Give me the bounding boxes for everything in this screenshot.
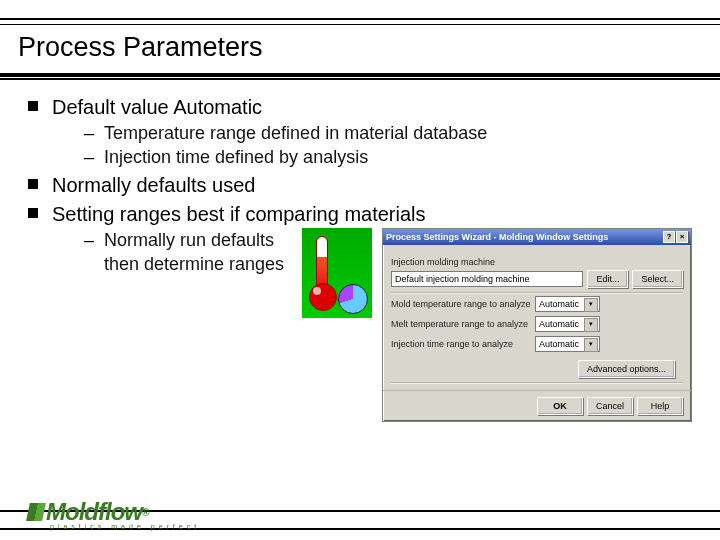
dialog-title-text: Process Settings Wizard - Molding Window… [386, 231, 608, 243]
sub-bullet-row: Normally run defaults then determine ran… [52, 228, 692, 422]
divider [391, 292, 683, 294]
sub-bullet-item: Injection time defined by analysis [52, 145, 692, 169]
thermometer-tube-icon [316, 236, 328, 290]
registered-mark: ® [142, 507, 148, 518]
thermometer-bulb-icon [309, 283, 337, 311]
dialog-button-row: OK Cancel Help [383, 390, 691, 421]
ok-button[interactable]: OK [537, 397, 583, 415]
mold-temp-combo[interactable]: Automatic [535, 296, 600, 312]
sub-bullet-text: Normally run defaults then determine ran… [104, 228, 292, 277]
logo-text: Moldflow [46, 498, 142, 526]
cancel-button[interactable]: Cancel [587, 397, 633, 415]
advanced-options-button[interactable]: Advanced options... [578, 360, 675, 378]
dialog-body: Injection molding machine Default inject… [383, 245, 691, 390]
melt-temp-combo[interactable]: Automatic [535, 316, 600, 332]
machine-label: Injection molding machine [391, 256, 683, 268]
select-button[interactable]: Select... [632, 270, 683, 288]
process-settings-dialog: Process Settings Wizard - Molding Window… [382, 228, 692, 422]
thermometer-gleam-icon [313, 287, 321, 295]
logo-mark-icon [26, 503, 46, 521]
dialog-close-button[interactable]: × [676, 231, 688, 243]
slide-title: Process Parameters [18, 32, 706, 63]
pie-chart-icon [338, 284, 368, 314]
row-label: Injection time range to analyze [391, 338, 531, 350]
sub-bullet-item: Temperature range defined in material da… [52, 121, 692, 145]
row-label: Mold temperature range to analyze [391, 298, 531, 310]
divider [391, 382, 683, 384]
content-area: Default value Automatic Temperature rang… [0, 80, 720, 422]
bullet-item: Normally defaults used [28, 172, 692, 199]
thermometer-graphic [302, 228, 372, 318]
row-label: Melt temperature range to analyze [391, 318, 531, 330]
edit-button[interactable]: Edit... [587, 270, 628, 288]
footer: Moldflow ® plastics made perfect [0, 480, 720, 530]
machine-field[interactable]: Default injection molding machine [391, 271, 583, 287]
bullet-text: Setting ranges best if comparing materia… [52, 203, 426, 225]
header-bar: Process Parameters [0, 18, 720, 80]
bullet-item: Default value Automatic Temperature rang… [28, 94, 692, 170]
injection-time-combo[interactable]: Automatic [535, 336, 600, 352]
bullet-item: Setting ranges best if comparing materia… [28, 201, 692, 422]
dialog-help-button[interactable]: ? [663, 231, 675, 243]
dialog-title-bar: Process Settings Wizard - Molding Window… [383, 229, 691, 245]
help-button[interactable]: Help [637, 397, 683, 415]
bullet-text: Default value Automatic [52, 96, 262, 118]
logo-area: Moldflow ® plastics made perfect [28, 498, 200, 530]
logo-tagline: plastics made perfect [50, 523, 200, 530]
moldflow-logo: Moldflow ® [28, 498, 148, 526]
